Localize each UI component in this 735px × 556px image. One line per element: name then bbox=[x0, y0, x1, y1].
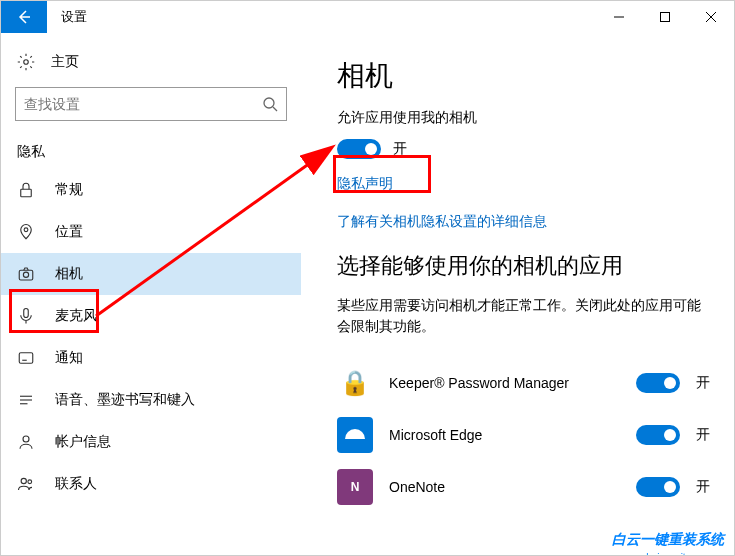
page-title: 相机 bbox=[337, 57, 710, 95]
camera-toggle-row: 开 bbox=[337, 139, 710, 159]
nav-label: 位置 bbox=[55, 223, 83, 241]
people-icon bbox=[17, 475, 35, 493]
titlebar: 设置 bbox=[1, 1, 734, 33]
svg-rect-11 bbox=[24, 309, 29, 318]
window-title: 设置 bbox=[61, 8, 87, 26]
person-icon bbox=[17, 433, 35, 451]
onenote-icon: N bbox=[337, 469, 373, 505]
home-label: 主页 bbox=[51, 53, 79, 71]
home-button[interactable]: 主页 bbox=[1, 43, 301, 81]
camera-icon bbox=[17, 265, 35, 283]
app-toggle-label: 开 bbox=[696, 478, 710, 496]
section-privacy: 隐私 bbox=[1, 135, 301, 169]
app-name: OneNote bbox=[389, 479, 620, 495]
app-toggle[interactable] bbox=[636, 425, 680, 445]
svg-point-17 bbox=[21, 478, 26, 483]
location-icon bbox=[17, 223, 35, 241]
nav-label: 麦克风 bbox=[55, 307, 97, 325]
choose-apps-desc: 某些应用需要访问相机才能正常工作。关闭此处的应用可能会限制其功能。 bbox=[337, 295, 710, 337]
nav-label: 语音、墨迹书写和键入 bbox=[55, 391, 195, 409]
sidebar: 主页 隐私 常规 位置 相机 麦克风 通知 语音、墨迹书写 bbox=[1, 33, 301, 555]
maximize-button[interactable] bbox=[642, 1, 688, 33]
learn-more-link[interactable]: 了解有关相机隐私设置的详细信息 bbox=[337, 213, 710, 231]
svg-point-4 bbox=[24, 60, 29, 65]
choose-apps-title: 选择能够使用你的相机的应用 bbox=[337, 251, 710, 281]
privacy-statement-link[interactable]: 隐私声明 bbox=[337, 175, 710, 193]
close-button[interactable] bbox=[688, 1, 734, 33]
app-toggle-label: 开 bbox=[696, 374, 710, 392]
search-input[interactable] bbox=[15, 87, 287, 121]
search-icon bbox=[262, 96, 278, 112]
keeper-icon: 🔒 bbox=[337, 365, 373, 401]
close-icon bbox=[706, 12, 716, 22]
nav-notifications[interactable]: 通知 bbox=[1, 337, 301, 379]
app-toggle-label: 开 bbox=[696, 426, 710, 444]
list-icon bbox=[17, 391, 35, 409]
notification-icon bbox=[17, 349, 35, 367]
nav-label: 帐户信息 bbox=[55, 433, 111, 451]
nav-label: 常规 bbox=[55, 181, 83, 199]
app-row-onenote: N OneNote 开 bbox=[337, 461, 710, 513]
app-row-keeper: 🔒 Keeper® Password Manager 开 bbox=[337, 357, 710, 409]
main-content: 相机 允许应用使用我的相机 开 隐私声明 了解有关相机隐私设置的详细信息 选择能… bbox=[301, 33, 734, 555]
nav-camera[interactable]: 相机 bbox=[1, 253, 301, 295]
svg-rect-1 bbox=[661, 13, 670, 22]
svg-point-18 bbox=[28, 480, 32, 484]
nav-general[interactable]: 常规 bbox=[1, 169, 301, 211]
allow-description: 允许应用使用我的相机 bbox=[337, 109, 710, 127]
nav-account-info[interactable]: 帐户信息 bbox=[1, 421, 301, 463]
edge-icon bbox=[337, 417, 373, 453]
window-controls bbox=[596, 1, 734, 33]
arrow-left-icon bbox=[16, 9, 32, 25]
nav-location[interactable]: 位置 bbox=[1, 211, 301, 253]
nav-contacts[interactable]: 联系人 bbox=[1, 463, 301, 505]
minimize-button[interactable] bbox=[596, 1, 642, 33]
search-field[interactable] bbox=[24, 96, 262, 112]
gear-icon bbox=[17, 53, 35, 71]
nav-speech-ink[interactable]: 语音、墨迹书写和键入 bbox=[1, 379, 301, 421]
svg-point-10 bbox=[23, 272, 28, 277]
svg-point-16 bbox=[23, 436, 29, 442]
nav-label: 通知 bbox=[55, 349, 83, 367]
svg-point-8 bbox=[24, 228, 28, 232]
toggle-state-label: 开 bbox=[393, 140, 407, 158]
svg-rect-7 bbox=[21, 189, 32, 197]
app-toggle[interactable] bbox=[636, 373, 680, 393]
nav-label: 相机 bbox=[55, 265, 83, 283]
microphone-icon bbox=[17, 307, 35, 325]
watermark: 白云一键重装系统 bbox=[612, 531, 724, 549]
app-toggle[interactable] bbox=[636, 477, 680, 497]
nav-microphone[interactable]: 麦克风 bbox=[1, 295, 301, 337]
watermark-url: baiyunxitong.com bbox=[646, 552, 724, 556]
app-name: Keeper® Password Manager bbox=[389, 375, 620, 391]
camera-toggle[interactable] bbox=[337, 139, 381, 159]
maximize-icon bbox=[660, 12, 670, 22]
app-row-edge: Microsoft Edge 开 bbox=[337, 409, 710, 461]
back-button[interactable] bbox=[1, 1, 47, 33]
lock-icon bbox=[17, 181, 35, 199]
minimize-icon bbox=[614, 12, 624, 22]
app-name: Microsoft Edge bbox=[389, 427, 620, 443]
svg-rect-12 bbox=[19, 353, 33, 364]
svg-line-6 bbox=[273, 107, 277, 111]
nav-label: 联系人 bbox=[55, 475, 97, 493]
svg-point-5 bbox=[264, 98, 274, 108]
